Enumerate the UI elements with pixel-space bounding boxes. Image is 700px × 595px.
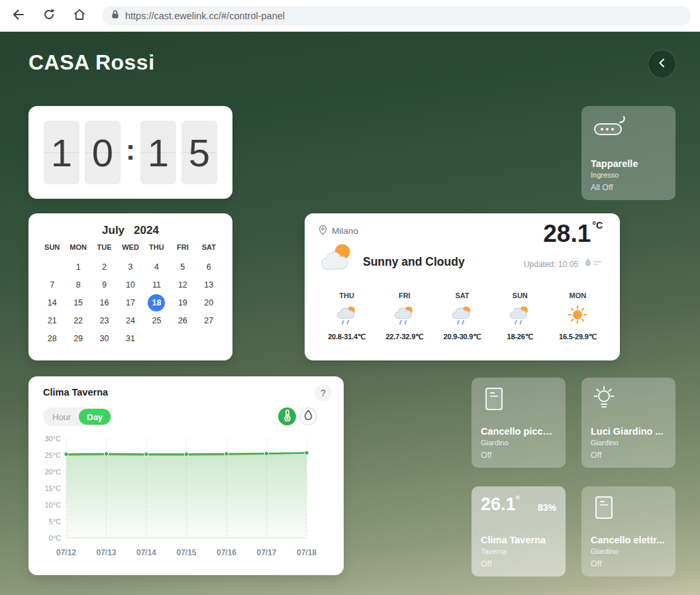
- page-title: CASA Rossi: [28, 50, 155, 75]
- calendar-day[interactable]: 13: [196, 276, 222, 294]
- address-bar[interactable]: https://cast.ewelink.cc/#/control-panel: [102, 6, 691, 26]
- calendar-day[interactable]: 1: [65, 258, 91, 276]
- device-humidity: 83%: [538, 502, 556, 513]
- calendar-day[interactable]: 2: [91, 258, 117, 276]
- calendar-day[interactable]: 25: [144, 311, 170, 329]
- humidity-toggle[interactable]: [299, 407, 317, 425]
- clock-digit: 1: [140, 121, 176, 184]
- sun-icon: [566, 305, 589, 326]
- calendar-day[interactable]: 15: [65, 294, 91, 311]
- thermometer-icon: [282, 409, 293, 424]
- calendar-day: [39, 258, 65, 276]
- calendar-day[interactable]: 28: [39, 329, 65, 347]
- device-status: Off: [481, 559, 556, 568]
- city-name: Milano: [332, 226, 358, 236]
- device-room: Taverna: [481, 547, 556, 555]
- device-room: Ingresso: [591, 171, 666, 179]
- calendar-day[interactable]: 30: [91, 329, 117, 347]
- device-name: Clima Taverna: [481, 535, 556, 545]
- calendar-day[interactable]: 20: [196, 294, 222, 311]
- browser-back-button[interactable]: [7, 4, 30, 28]
- calendar-day[interactable]: 3: [117, 258, 143, 276]
- calendar-day[interactable]: 16: [91, 294, 117, 311]
- calendar-day[interactable]: 21: [39, 311, 65, 329]
- calendar-card: July2024 SUNMONTUEWEDTHUFRISAT 123456789…: [28, 213, 232, 360]
- help-button[interactable]: ?: [315, 384, 332, 402]
- interval-tabs: HourDay: [43, 407, 112, 426]
- calendar-day[interactable]: 9: [91, 276, 117, 294]
- temperature-toggle[interactable]: [278, 407, 296, 425]
- devices-grid: Cancello piccoloGiardinoOffLuci Giardino…: [472, 378, 675, 576]
- forecast-day: MON: [570, 292, 587, 299]
- calendar-day[interactable]: 8: [65, 276, 91, 294]
- device-card-1[interactable]: Cancello piccoloGiardinoOff: [472, 378, 566, 468]
- device-room: Giardino: [591, 547, 666, 555]
- svg-text:30°C: 30°C: [44, 435, 61, 443]
- svg-text:20°C: 20°C: [44, 468, 61, 476]
- calendar-weekday: THU: [144, 243, 170, 258]
- device-card-2[interactable]: Luci Giardino ...GiardinoOff: [581, 378, 675, 468]
- svg-text:5°C: 5°C: [49, 517, 62, 525]
- calendar-day: [196, 329, 222, 347]
- calendar-day[interactable]: 17: [117, 294, 143, 311]
- temperature-unit: °C: [592, 220, 603, 231]
- calendar-grid: 1234567891011121314151617181920212223242…: [39, 258, 222, 347]
- svg-text:07/15: 07/15: [176, 548, 196, 557]
- calendar-day[interactable]: 7: [39, 276, 65, 294]
- browser-reload-button[interactable]: [37, 4, 61, 28]
- flip-clock: 10:15: [44, 121, 217, 184]
- calendar-day[interactable]: 5: [170, 258, 195, 276]
- calendar-day[interactable]: 11: [144, 276, 170, 294]
- tab-hour[interactable]: Hour: [44, 409, 79, 425]
- rain-sun-icon: [336, 305, 358, 326]
- svg-text:07/18: 07/18: [297, 548, 317, 557]
- svg-text:07/13: 07/13: [96, 548, 116, 557]
- svg-text:07/14: 07/14: [136, 548, 156, 557]
- device-status: Off: [591, 559, 666, 568]
- collapse-button[interactable]: [648, 50, 676, 78]
- calendar-day[interactable]: 14: [39, 294, 65, 311]
- calendar-day[interactable]: 26: [170, 311, 195, 329]
- calendar-day[interactable]: 24: [117, 311, 143, 329]
- calendar-day[interactable]: 22: [65, 311, 91, 329]
- calendar-day[interactable]: 4: [144, 258, 170, 276]
- metric-toggles: [278, 407, 317, 425]
- weather-location: Milano: [318, 225, 358, 237]
- device-status: Off: [591, 451, 666, 460]
- screen: https://cast.ewelink.cc/#/control-panel …: [0, 0, 700, 595]
- calendar-day[interactable]: 12: [170, 276, 195, 294]
- calendar-day[interactable]: 27: [196, 311, 222, 329]
- device-card-4[interactable]: Cancello elettr...GiardinoOff: [581, 486, 675, 576]
- updated-label: Updated: 10:05: [524, 260, 578, 269]
- svg-text:25°C: 25°C: [44, 451, 61, 459]
- calendar-weekday: MON: [65, 243, 91, 258]
- back-arrow-icon: [11, 7, 26, 24]
- calendar-day[interactable]: 31: [117, 329, 143, 347]
- browser-home-button[interactable]: [68, 4, 91, 28]
- forecast-row: THU20.8-31.4℃FRI22.7-32.9℃SAT20.9-30.9℃S…: [318, 292, 607, 341]
- calendar-day[interactable]: 29: [65, 329, 91, 347]
- device-card-tapparelle[interactable]: Tapparelle Ingresso All Off: [581, 106, 675, 200]
- clock-digit: 1: [44, 121, 79, 184]
- calendar-weekday: SAT: [196, 243, 222, 258]
- chevron-left-icon: [656, 57, 668, 71]
- calendar-weekday: WED: [117, 243, 143, 258]
- calendar-day[interactable]: 10: [117, 276, 143, 294]
- climate-chart: 0°C5°C10°C15°C20°C25°C30°C07/1207/1307/1…: [35, 433, 337, 567]
- forecast-temp-range: 20.8-31.4℃: [328, 333, 366, 341]
- device-card-3[interactable]: 26.1°83%Clima TavernaTavernaOff: [472, 486, 566, 576]
- weather-updated: Updated: 10:05: [524, 257, 603, 271]
- clock-digit: 0: [85, 121, 121, 184]
- device-temperature: 26.1°: [481, 494, 520, 515]
- rain-sun-icon: [509, 305, 531, 326]
- sensor-readings: 26.1°83%: [481, 494, 556, 515]
- calendar-day[interactable]: 19: [170, 294, 195, 311]
- lock-icon: [111, 9, 119, 22]
- calendar-day[interactable]: 6: [196, 258, 222, 276]
- calendar-day[interactable]: 23: [91, 311, 117, 329]
- svg-text:0°C: 0°C: [49, 534, 62, 542]
- tab-day[interactable]: Day: [79, 409, 111, 425]
- forecast-day: THU: [339, 292, 354, 299]
- calendar-day-selected[interactable]: 18: [144, 294, 170, 311]
- calendar-weekday: SUN: [39, 243, 65, 258]
